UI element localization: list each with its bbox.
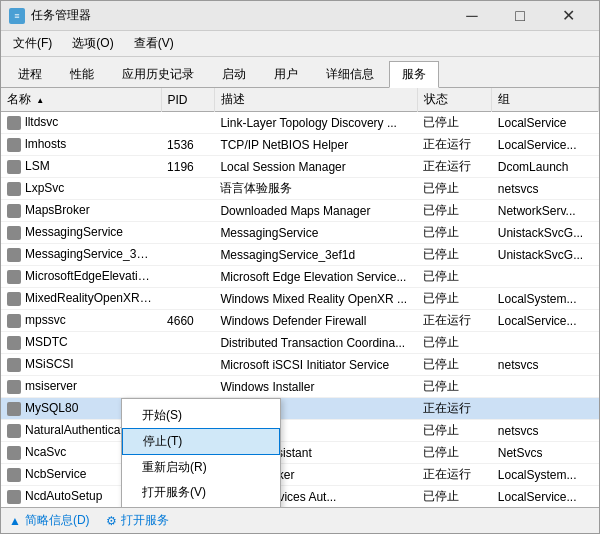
window-title: 任务管理器: [31, 7, 449, 24]
sort-arrow-name: ▲: [36, 96, 44, 105]
cell-desc: Microsoft iSCSI Initiator Service: [214, 354, 417, 376]
service-icon: [7, 468, 21, 482]
cell-desc: Downloaded Maps Manager: [214, 200, 417, 222]
tab-[interactable]: 性能: [57, 61, 107, 87]
service-icon: [7, 248, 21, 262]
cell-name: lmhosts: [1, 134, 161, 156]
tab-bar: 进程性能应用历史记录启动用户详细信息服务: [1, 57, 599, 88]
cell-status: 正在运行: [417, 398, 492, 420]
menu-bar: 文件(F)选项(O)查看(V): [1, 31, 599, 57]
table-row[interactable]: MixedRealityOpenXRSvcWindows Mixed Reali…: [1, 288, 599, 310]
table-row[interactable]: NaturalAuthentication已停止netsvcs: [1, 420, 599, 442]
cell-group: LocalService: [492, 112, 599, 134]
table-row[interactable]: LxpSvc语言体验服务已停止netsvcs: [1, 178, 599, 200]
table-row[interactable]: mpssvc4660Windows Defender Firewall正在运行L…: [1, 310, 599, 332]
menu-item-O[interactable]: 选项(O): [64, 33, 121, 54]
title-bar: ≡ 任务管理器 ─ □ ✕: [1, 1, 599, 31]
cell-name: mpssvc: [1, 310, 161, 332]
table-row[interactable]: NcbService...ction Broker正在运行LocalSystem…: [1, 464, 599, 486]
cell-group: LocalSystem...: [492, 288, 599, 310]
cell-status: 已停止: [417, 332, 492, 354]
context-menu-item-S[interactable]: 开始(S): [122, 403, 280, 428]
col-header-pid[interactable]: PID: [161, 88, 214, 112]
summary-icon: ▲: [9, 514, 21, 528]
maximize-button[interactable]: □: [497, 1, 543, 31]
menu-item-F[interactable]: 文件(F): [5, 33, 60, 54]
cell-name: MSiSCSI: [1, 354, 161, 376]
close-button[interactable]: ✕: [545, 1, 591, 31]
window-icon: ≡: [9, 8, 25, 24]
summary-label: 简略信息(D): [25, 512, 90, 529]
table-row[interactable]: NcaSvc...ctivity Assistant已停止NetSvcs: [1, 442, 599, 464]
table-row[interactable]: LSM1196Local Session Manager正在运行DcomLaun…: [1, 156, 599, 178]
tab-[interactable]: 用户: [261, 61, 311, 87]
tab-[interactable]: 应用历史记录: [109, 61, 207, 87]
minimize-button[interactable]: ─: [449, 1, 495, 31]
cell-pid: [161, 222, 214, 244]
cell-desc: MessagingService: [214, 222, 417, 244]
cell-group: UnistackSvcG...: [492, 244, 599, 266]
table-row[interactable]: lmhosts1536TCP/IP NetBIOS Helper正在运行Loca…: [1, 134, 599, 156]
context-menu-item-T[interactable]: 停止(T): [122, 428, 280, 455]
table-row[interactable]: MSDTCDistributed Transaction Coordina...…: [1, 332, 599, 354]
table-row[interactable]: msiserverWindows Installer已停止: [1, 376, 599, 398]
col-header-name[interactable]: 名称 ▲: [1, 88, 161, 112]
table-row[interactable]: MessagingService_3ef1dMessagingService_3…: [1, 244, 599, 266]
cell-desc: Link-Layer Topology Discovery ...: [214, 112, 417, 134]
cell-name: MessagingService_3ef1d: [1, 244, 161, 266]
service-icon: [7, 138, 21, 152]
cell-status: 已停止: [417, 288, 492, 310]
cell-group: LocalService...: [492, 310, 599, 332]
cell-pid: [161, 266, 214, 288]
context-menu-item-R[interactable]: 重新启动(R): [122, 455, 280, 480]
tab-[interactable]: 进程: [5, 61, 55, 87]
cell-status: 正在运行: [417, 156, 492, 178]
service-icon: [7, 116, 21, 130]
table-row[interactable]: MapsBrokerDownloaded Maps Manager已停止Netw…: [1, 200, 599, 222]
table-row[interactable]: MSiSCSIMicrosoft iSCSI Initiator Service…: [1, 354, 599, 376]
cell-pid: [161, 332, 214, 354]
table-row[interactable]: NcdAutoSetup...ected Devices Aut...已停止Lo…: [1, 486, 599, 508]
tab-[interactable]: 启动: [209, 61, 259, 87]
cell-pid: [161, 376, 214, 398]
cell-name: MixedRealityOpenXRSvc: [1, 288, 161, 310]
services-table-container[interactable]: 名称 ▲ PID 描述 状态 组 lltdsvcLink-Layer Topol…: [1, 88, 599, 507]
service-icon: [7, 490, 21, 504]
open-services-icon: ⚙: [106, 514, 117, 528]
cell-group: [492, 398, 599, 420]
table-row[interactable]: lltdsvcLink-Layer Topology Discovery ...…: [1, 112, 599, 134]
cell-pid: [161, 178, 214, 200]
tab-[interactable]: 详细信息: [313, 61, 387, 87]
context-menu-item-V[interactable]: 打开服务(V): [122, 480, 280, 505]
open-services-label: 打开服务: [121, 512, 169, 529]
cell-status: 已停止: [417, 112, 492, 134]
context-menu-item-O[interactable]: 在线搜索(O): [122, 505, 280, 507]
col-header-status[interactable]: 状态: [417, 88, 492, 112]
table-row[interactable]: MySQL809928MySQL80正在运行: [1, 398, 599, 420]
col-header-group[interactable]: 组: [492, 88, 599, 112]
cell-status: 已停止: [417, 222, 492, 244]
col-header-desc[interactable]: 描述: [214, 88, 417, 112]
service-icon: [7, 358, 21, 372]
table-row[interactable]: MicrosoftEdgeElevationS...Microsoft Edge…: [1, 266, 599, 288]
cell-status: 已停止: [417, 442, 492, 464]
cell-desc: Distributed Transaction Coordina...: [214, 332, 417, 354]
cell-name: MessagingService: [1, 222, 161, 244]
cell-desc: Windows Mixed Reality OpenXR ...: [214, 288, 417, 310]
cell-status: 已停止: [417, 354, 492, 376]
service-icon: [7, 424, 21, 438]
tab-[interactable]: 服务: [389, 61, 439, 88]
cell-status: 已停止: [417, 486, 492, 508]
cell-name: LSM: [1, 156, 161, 178]
cell-status: 已停止: [417, 244, 492, 266]
summary-info-button[interactable]: ▲ 简略信息(D): [9, 512, 90, 529]
service-icon: [7, 446, 21, 460]
service-icon: [7, 292, 21, 306]
open-services-button[interactable]: ⚙ 打开服务: [106, 512, 169, 529]
cell-name: LxpSvc: [1, 178, 161, 200]
menu-item-V[interactable]: 查看(V): [126, 33, 182, 54]
cell-desc: Local Session Manager: [214, 156, 417, 178]
cell-pid: 1536: [161, 134, 214, 156]
table-row[interactable]: MessagingServiceMessagingService已停止Unist…: [1, 222, 599, 244]
cell-group: netsvcs: [492, 178, 599, 200]
